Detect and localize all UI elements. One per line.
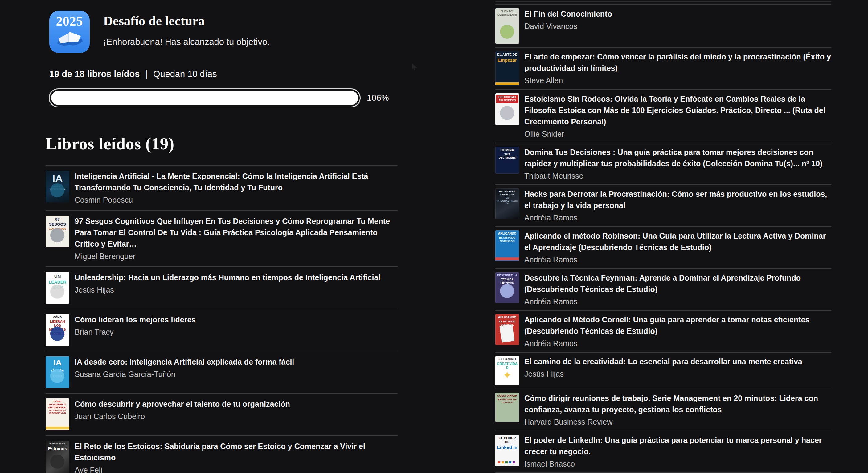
book-meta: Unleadership: Hacia un Liderazgo más Hum… [74, 272, 380, 304]
cover-text-primary: APLICANDO [496, 232, 518, 236]
section-heading: Libros leídos (19) [45, 134, 398, 154]
book-title: Hacks para Derrotar la Procrastinación: … [524, 189, 831, 211]
challenge-badge-2025: 2025 [49, 11, 90, 53]
book-title: Domina Tus Decisiones : Una guía práctic… [524, 146, 831, 169]
progress-percent: 106% [367, 93, 389, 103]
book-meta: Aplicando el método Robinson: Una Guía p… [524, 230, 831, 265]
book-cover: El Reto de los Estoicos [45, 441, 69, 473]
book-list-item[interactable]: ESTOICISMO SIN RODEOS Estoicismo Sin Rod… [495, 90, 831, 143]
cover-art-shape [495, 82, 519, 85]
cover-text-primary: IA [46, 172, 68, 185]
book-meta: Inteligencia Artificial - La Mente Expon… [74, 171, 397, 205]
book-list-item[interactable]: IA LA MENTE EXPONENCIAL Inteligencia Art… [45, 166, 398, 211]
cover-text-secondary: LA PROCRASTINACIÓN [496, 197, 518, 205]
book-meta: Cómo dirigir reuniones de trabajo. Serie… [524, 393, 831, 427]
cover-text-primary: EL FIN DEL [496, 10, 518, 13]
book-author: Ismael Briasco [524, 459, 831, 469]
book-title: El Reto de los Estoicos: Sabiduría para … [74, 441, 397, 464]
book-meta: Cómo lideran los mejores líderes Brian T… [74, 314, 196, 346]
book-author: Ollie Snider [524, 129, 831, 139]
book-cover: IA LA MENTE EXPONENCIAL [45, 171, 69, 202]
cover-art-shape [45, 427, 69, 429]
book-list-item[interactable]: UN LEADER SHIP Unleadership: Hacia un Li… [45, 267, 398, 309]
book-title: 97 Sesgos Cognitivos Que Influyen En Tus… [74, 215, 397, 250]
cover-text-primary: APLICANDO [496, 316, 518, 319]
cover-art-shape [495, 258, 519, 260]
book-title: Estoicismo Sin Rodeos: Olvida la Teoría … [524, 93, 831, 128]
challenge-header-text: Desafío de lectura ¡Enhorabuena! Has alc… [103, 11, 270, 47]
cover-text-primary: El Reto de los [46, 442, 68, 445]
cover-art-shape [50, 183, 64, 197]
book-cover: DESCUBRE LA TÉCNICA FEYNMAN [495, 272, 519, 303]
book-list-item[interactable]: CÓMO LIDERAN LOS MEJORES LÍDERES Cómo li… [45, 309, 398, 351]
book-cover: DOMINA TUS DECISIONES [495, 146, 519, 174]
book-list-item[interactable]: APLICANDO EL MÉTODO ROBINSON Aplicando e… [495, 227, 831, 269]
cover-text-secondary: Linked in [496, 445, 518, 450]
cover-art-shape [500, 284, 514, 298]
mouse-cursor-icon [412, 63, 417, 70]
cover-text-primary: DOMINA [496, 148, 518, 152]
challenge-header: 2025 Desafío de lectura ¡Enhorabuena! Ha… [49, 0, 398, 53]
book-list-item[interactable]: EL FIN DEL CONOCIMIENTO El Fin del Conoc… [495, 5, 831, 48]
cover-text-secondary: CREATIVIDAD [496, 362, 518, 370]
book-title: Unleadership: Hacia un Liderazgo más Hum… [74, 272, 380, 283]
days-remaining: Quedan 10 días [153, 69, 217, 79]
book-author: Andréia Ramos [524, 338, 831, 348]
cover-text-primary: CÓMO DESCUBRIR Y [46, 400, 68, 406]
book-author: Susana García García-Tuñón [74, 369, 294, 379]
book-list-item[interactable]: EL CAMINO CREATIVIDAD ✦ El camino de la … [495, 352, 831, 389]
books-read-list-right: EL FIN DEL CONOCIMIENTO El Fin del Conoc… [495, 4, 831, 473]
book-meta: Estoicismo Sin Rodeos: Olvida la Teoría … [524, 93, 831, 139]
book-list-item[interactable]: EL PODER DE Linked in El poder de Linked… [495, 431, 831, 473]
challenge-title: Desafío de lectura [103, 13, 270, 28]
cover-art-shape [500, 106, 514, 120]
book-list-item[interactable]: CÓMO DESCUBRIR Y APROVECHAR EL TALENTO D… [45, 394, 398, 436]
cover-text-secondary: EL MÉTODO ROBINSON [496, 236, 518, 243]
books-read-count: 19 de 18 libros leídos [49, 69, 140, 79]
books-read-list-left: IA LA MENTE EXPONENCIAL Inteligencia Art… [45, 165, 398, 473]
book-list-item[interactable]: APLICANDO EL MÉTODO CORNELL Aplicando el… [495, 311, 831, 352]
book-list-item[interactable]: DESCUBRE LA TÉCNICA FEYNMAN Descubre la … [495, 269, 831, 311]
challenge-column: 2025 Desafío de lectura ¡Enhorabuena! Ha… [45, 0, 398, 473]
cover-text-primary: EL PODER DE [496, 436, 518, 444]
cover-text-primary: CÓMO [46, 316, 68, 319]
book-list-item[interactable]: El Reto de los Estoicos El Reto de los E… [45, 436, 398, 473]
book-title: Cómo lideran los mejores líderes [74, 314, 196, 326]
badge-year-label: 2025 [56, 14, 83, 29]
cover-art-shape: ✦ [495, 370, 519, 380]
cover-text-primary: UN [46, 273, 68, 279]
list-top-divider [495, 1, 831, 4]
book-meta: Hacks para Derrotar la Procrastinación: … [524, 189, 831, 223]
book-author: Andréia Ramos [524, 296, 831, 307]
book-cover: UN LEADER SHIP [45, 272, 69, 304]
cover-text-secondary: REUNIONES DE TRABAJO [496, 398, 518, 404]
book-meta: Descubre la Técnica Feynman: Aprende a D… [524, 272, 831, 307]
progress-bar [49, 89, 361, 107]
book-cover: CÓMO DESCUBRIR Y APROVECHAR EL TALENTO D… [45, 399, 69, 430]
progress-fill [51, 91, 358, 105]
cover-art-shape [50, 327, 64, 341]
book-title: El poder de LinkedIn: Una guía práctica … [524, 435, 831, 457]
book-meta: Cómo descubrir y aprovechar el talento d… [74, 399, 290, 430]
cover-art-shape [498, 461, 517, 464]
book-meta: Domina Tus Decisiones : Una guía práctic… [524, 146, 831, 181]
book-author: Jesús Hijas [524, 369, 802, 379]
cover-art-shape [50, 228, 64, 242]
book-author: Brian Tracy [74, 327, 196, 337]
book-list-item[interactable]: HACKS PARA DERROTAR LA PROCRASTINACIÓN H… [495, 185, 831, 227]
book-list-item[interactable]: EL ARTE DE Empezar El arte de empezar: C… [495, 48, 831, 90]
book-author: Miguel Berenguer [74, 251, 397, 262]
cover-text-secondary: TUS DECISIONES [496, 153, 518, 160]
book-list-item[interactable]: CÓMO DIRIGIR REUNIONES DE TRABAJO Cómo d… [495, 389, 831, 431]
book-list-item[interactable]: 97 SESGOS COGNITIVOS 97 Sesgos Cognitivo… [45, 211, 398, 267]
book-title: El Fin del Conocimiento [524, 8, 612, 20]
cover-text-secondary: Empezar [496, 57, 518, 63]
challenge-subtitle: ¡Enhorabuena! Has alcanzado tu objetivo. [103, 37, 270, 47]
cover-text-secondary: CONOCIMIENTO [496, 13, 518, 16]
book-meta: 97 Sesgos Cognitivos Que Influyen En Tus… [74, 215, 397, 262]
book-cover: HACKS PARA DERROTAR LA PROCRASTINACIÓN [495, 189, 519, 219]
book-meta: El Reto de los Estoicos: Sabiduría para … [74, 441, 397, 473]
book-list-item[interactable]: DOMINA TUS DECISIONES Domina Tus Decisio… [495, 143, 831, 185]
books-list-column-right: EL FIN DEL CONOCIMIENTO El Fin del Conoc… [495, 0, 831, 473]
book-list-item[interactable]: IA desde cero IA desde cero: Inteligenci… [45, 351, 398, 394]
